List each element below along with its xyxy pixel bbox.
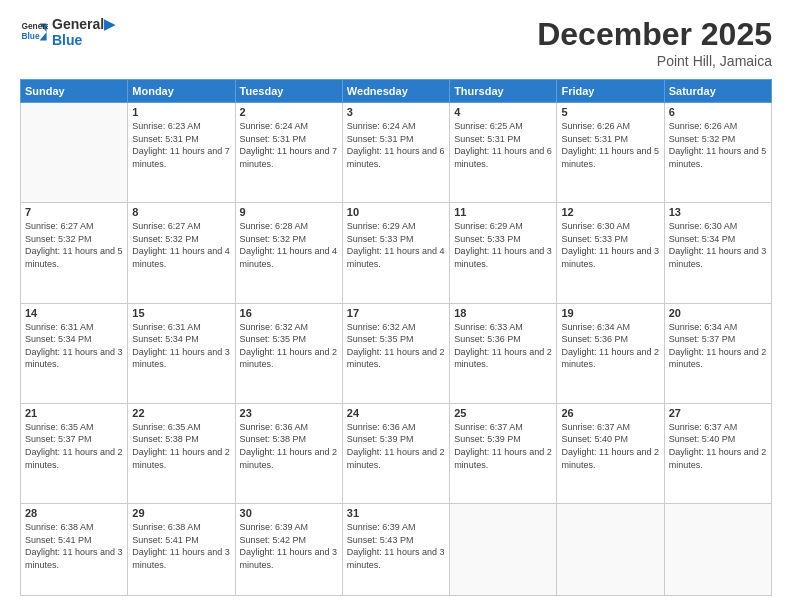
day-info: Sunrise: 6:27 AMSunset: 5:32 PMDaylight:… <box>25 220 123 270</box>
calendar-cell <box>664 504 771 596</box>
weekday-header: Wednesday <box>342 80 449 103</box>
calendar-week-row: 1Sunrise: 6:23 AMSunset: 5:31 PMDaylight… <box>21 103 772 203</box>
day-number: 7 <box>25 206 123 218</box>
calendar-week-row: 21Sunrise: 6:35 AMSunset: 5:37 PMDayligh… <box>21 403 772 503</box>
calendar-cell <box>557 504 664 596</box>
day-number: 19 <box>561 307 659 319</box>
day-info: Sunrise: 6:37 AMSunset: 5:40 PMDaylight:… <box>561 421 659 471</box>
calendar-cell: 25Sunrise: 6:37 AMSunset: 5:39 PMDayligh… <box>450 403 557 503</box>
calendar-cell: 22Sunrise: 6:35 AMSunset: 5:38 PMDayligh… <box>128 403 235 503</box>
day-info: Sunrise: 6:32 AMSunset: 5:35 PMDaylight:… <box>240 321 338 371</box>
day-info: Sunrise: 6:37 AMSunset: 5:40 PMDaylight:… <box>669 421 767 471</box>
weekday-header: Thursday <box>450 80 557 103</box>
day-info: Sunrise: 6:32 AMSunset: 5:35 PMDaylight:… <box>347 321 445 371</box>
calendar-cell: 26Sunrise: 6:37 AMSunset: 5:40 PMDayligh… <box>557 403 664 503</box>
page: General Blue General▶ Blue December 2025… <box>0 0 792 612</box>
svg-text:Blue: Blue <box>21 31 39 41</box>
day-info: Sunrise: 6:25 AMSunset: 5:31 PMDaylight:… <box>454 120 552 170</box>
calendar-cell: 5Sunrise: 6:26 AMSunset: 5:31 PMDaylight… <box>557 103 664 203</box>
day-number: 6 <box>669 106 767 118</box>
day-number: 31 <box>347 507 445 519</box>
calendar-cell: 16Sunrise: 6:32 AMSunset: 5:35 PMDayligh… <box>235 303 342 403</box>
svg-text:General: General <box>21 21 48 31</box>
day-info: Sunrise: 6:24 AMSunset: 5:31 PMDaylight:… <box>240 120 338 170</box>
calendar-week-row: 7Sunrise: 6:27 AMSunset: 5:32 PMDaylight… <box>21 203 772 303</box>
weekday-header: Sunday <box>21 80 128 103</box>
calendar-cell: 19Sunrise: 6:34 AMSunset: 5:36 PMDayligh… <box>557 303 664 403</box>
calendar-cell: 2Sunrise: 6:24 AMSunset: 5:31 PMDaylight… <box>235 103 342 203</box>
calendar-cell: 3Sunrise: 6:24 AMSunset: 5:31 PMDaylight… <box>342 103 449 203</box>
calendar-cell: 9Sunrise: 6:28 AMSunset: 5:32 PMDaylight… <box>235 203 342 303</box>
day-number: 14 <box>25 307 123 319</box>
calendar-cell: 14Sunrise: 6:31 AMSunset: 5:34 PMDayligh… <box>21 303 128 403</box>
day-number: 11 <box>454 206 552 218</box>
calendar-cell: 13Sunrise: 6:30 AMSunset: 5:34 PMDayligh… <box>664 203 771 303</box>
calendar-cell: 12Sunrise: 6:30 AMSunset: 5:33 PMDayligh… <box>557 203 664 303</box>
day-number: 13 <box>669 206 767 218</box>
logo-icon: General Blue <box>20 18 48 46</box>
day-info: Sunrise: 6:30 AMSunset: 5:33 PMDaylight:… <box>561 220 659 270</box>
day-info: Sunrise: 6:37 AMSunset: 5:39 PMDaylight:… <box>454 421 552 471</box>
day-number: 23 <box>240 407 338 419</box>
day-info: Sunrise: 6:36 AMSunset: 5:38 PMDaylight:… <box>240 421 338 471</box>
day-number: 12 <box>561 206 659 218</box>
day-info: Sunrise: 6:26 AMSunset: 5:31 PMDaylight:… <box>561 120 659 170</box>
day-number: 3 <box>347 106 445 118</box>
day-info: Sunrise: 6:34 AMSunset: 5:37 PMDaylight:… <box>669 321 767 371</box>
day-info: Sunrise: 6:33 AMSunset: 5:36 PMDaylight:… <box>454 321 552 371</box>
calendar-cell: 15Sunrise: 6:31 AMSunset: 5:34 PMDayligh… <box>128 303 235 403</box>
weekday-header-row: SundayMondayTuesdayWednesdayThursdayFrid… <box>21 80 772 103</box>
day-number: 28 <box>25 507 123 519</box>
day-info: Sunrise: 6:24 AMSunset: 5:31 PMDaylight:… <box>347 120 445 170</box>
day-info: Sunrise: 6:39 AMSunset: 5:42 PMDaylight:… <box>240 521 338 571</box>
day-number: 10 <box>347 206 445 218</box>
calendar-cell: 6Sunrise: 6:26 AMSunset: 5:32 PMDaylight… <box>664 103 771 203</box>
day-number: 1 <box>132 106 230 118</box>
day-number: 29 <box>132 507 230 519</box>
day-number: 20 <box>669 307 767 319</box>
calendar-week-row: 14Sunrise: 6:31 AMSunset: 5:34 PMDayligh… <box>21 303 772 403</box>
header: General Blue General▶ Blue December 2025… <box>20 16 772 69</box>
calendar-cell: 1Sunrise: 6:23 AMSunset: 5:31 PMDaylight… <box>128 103 235 203</box>
day-number: 21 <box>25 407 123 419</box>
calendar-cell <box>450 504 557 596</box>
calendar-cell: 17Sunrise: 6:32 AMSunset: 5:35 PMDayligh… <box>342 303 449 403</box>
calendar-cell: 24Sunrise: 6:36 AMSunset: 5:39 PMDayligh… <box>342 403 449 503</box>
day-info: Sunrise: 6:30 AMSunset: 5:34 PMDaylight:… <box>669 220 767 270</box>
day-number: 18 <box>454 307 552 319</box>
location: Point Hill, Jamaica <box>537 53 772 69</box>
calendar-cell: 23Sunrise: 6:36 AMSunset: 5:38 PMDayligh… <box>235 403 342 503</box>
calendar-table: SundayMondayTuesdayWednesdayThursdayFrid… <box>20 79 772 596</box>
day-info: Sunrise: 6:29 AMSunset: 5:33 PMDaylight:… <box>347 220 445 270</box>
month-title: December 2025 <box>537 16 772 53</box>
day-info: Sunrise: 6:35 AMSunset: 5:37 PMDaylight:… <box>25 421 123 471</box>
calendar-cell <box>21 103 128 203</box>
day-info: Sunrise: 6:31 AMSunset: 5:34 PMDaylight:… <box>25 321 123 371</box>
day-info: Sunrise: 6:38 AMSunset: 5:41 PMDaylight:… <box>132 521 230 571</box>
day-number: 2 <box>240 106 338 118</box>
day-number: 24 <box>347 407 445 419</box>
title-block: December 2025 Point Hill, Jamaica <box>537 16 772 69</box>
weekday-header: Monday <box>128 80 235 103</box>
calendar-cell: 21Sunrise: 6:35 AMSunset: 5:37 PMDayligh… <box>21 403 128 503</box>
day-number: 4 <box>454 106 552 118</box>
day-info: Sunrise: 6:39 AMSunset: 5:43 PMDaylight:… <box>347 521 445 571</box>
calendar-cell: 29Sunrise: 6:38 AMSunset: 5:41 PMDayligh… <box>128 504 235 596</box>
calendar-cell: 8Sunrise: 6:27 AMSunset: 5:32 PMDaylight… <box>128 203 235 303</box>
day-info: Sunrise: 6:34 AMSunset: 5:36 PMDaylight:… <box>561 321 659 371</box>
calendar-cell: 18Sunrise: 6:33 AMSunset: 5:36 PMDayligh… <box>450 303 557 403</box>
day-info: Sunrise: 6:23 AMSunset: 5:31 PMDaylight:… <box>132 120 230 170</box>
calendar-cell: 27Sunrise: 6:37 AMSunset: 5:40 PMDayligh… <box>664 403 771 503</box>
weekday-header: Saturday <box>664 80 771 103</box>
day-info: Sunrise: 6:36 AMSunset: 5:39 PMDaylight:… <box>347 421 445 471</box>
weekday-header: Friday <box>557 80 664 103</box>
day-info: Sunrise: 6:29 AMSunset: 5:33 PMDaylight:… <box>454 220 552 270</box>
calendar-cell: 20Sunrise: 6:34 AMSunset: 5:37 PMDayligh… <box>664 303 771 403</box>
calendar-cell: 28Sunrise: 6:38 AMSunset: 5:41 PMDayligh… <box>21 504 128 596</box>
day-number: 30 <box>240 507 338 519</box>
day-number: 22 <box>132 407 230 419</box>
day-number: 26 <box>561 407 659 419</box>
logo: General Blue General▶ Blue <box>20 16 115 48</box>
day-info: Sunrise: 6:38 AMSunset: 5:41 PMDaylight:… <box>25 521 123 571</box>
day-number: 5 <box>561 106 659 118</box>
